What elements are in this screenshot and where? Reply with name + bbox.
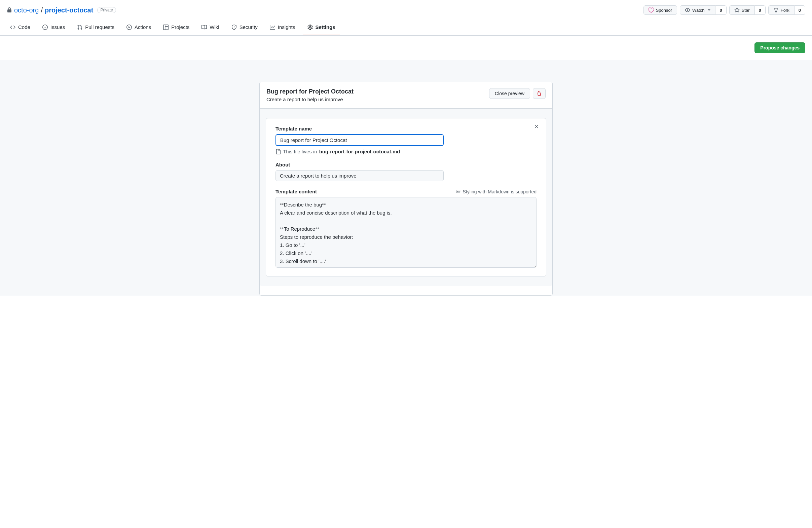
tab-projects-label: Projects [171,24,189,30]
tab-settings-label: Settings [316,24,335,30]
template-form: Template name This file lives in bug-rep… [266,118,546,276]
trash-icon [537,91,542,96]
editor-canvas: Bug report for Project Octocat Create a … [0,60,812,296]
template-name-input[interactable] [275,134,444,146]
fork-label: Fork [781,8,789,13]
code-icon [10,25,15,30]
tab-actions[interactable]: Actions [122,21,156,35]
pull-request-icon [77,25,83,30]
template-content-textarea[interactable] [275,197,537,268]
close-preview-button[interactable]: Close preview [489,88,530,99]
template-name-label: Template name [275,126,537,132]
tab-security[interactable]: Security [227,21,262,35]
org-link[interactable]: octo-org [14,6,39,14]
graph-icon [270,25,275,30]
star-label: Star [742,8,750,13]
visibility-badge: Private [97,7,116,13]
sponsor-button[interactable]: Sponsor [643,5,677,15]
issues-icon [42,25,48,30]
watch-label: Watch [692,8,705,13]
markdown-hint-label: Styling with Markdown is supported [463,189,537,194]
repo-breadcrumb: octo-org / project-octocat Private [7,6,116,14]
about-input[interactable] [275,170,444,181]
tab-code[interactable]: Code [5,21,35,35]
card-subtitle: Create a report to help us improve [266,97,353,102]
sponsor-label: Sponsor [656,8,672,13]
tab-insights-label: Insights [278,24,295,30]
file-name: bug-report-for-project-octocat.md [319,149,400,155]
star-icon [734,8,740,13]
breadcrumb-separator: / [41,6,43,14]
file-hint-prefix: This file lives in [283,149,317,155]
repo-link[interactable]: project-octocat [45,6,93,14]
markdown-hint[interactable]: Styling with Markdown is supported [455,189,537,194]
propose-changes-button[interactable]: Propose changes [754,42,805,53]
tab-settings[interactable]: Settings [303,21,340,35]
chevron-down-icon [708,10,710,11]
gear-icon [307,25,313,30]
card-title: Bug report for Project Octocat [266,88,353,95]
tab-code-label: Code [18,24,30,30]
eye-icon [685,8,690,13]
watch-button[interactable]: Watch [680,5,715,15]
markdown-icon [455,189,461,194]
fork-button[interactable]: Fork [768,5,795,15]
watch-count[interactable]: 0 [715,5,726,15]
book-icon [202,25,207,30]
tab-issues[interactable]: Issues [38,21,70,35]
file-icon [275,149,281,155]
tab-pull-requests[interactable]: Pull requests [72,21,119,35]
fork-icon [773,8,779,13]
about-label: About [275,162,537,167]
template-card: Bug report for Project Octocat Create a … [259,82,553,296]
delete-button[interactable] [533,88,546,99]
shield-icon [231,25,237,30]
tab-insights[interactable]: Insights [265,21,300,35]
play-icon [127,25,132,30]
repo-action-buttons: Sponsor Watch 0 Star 0 [643,5,805,15]
fork-count[interactable]: 0 [795,5,805,15]
repo-tabs: Code Issues Pull requests Actions Projec… [0,21,812,36]
close-icon[interactable] [534,124,539,131]
tab-projects[interactable]: Projects [158,21,194,35]
star-count[interactable]: 0 [755,5,766,15]
tab-actions-label: Actions [134,24,151,30]
tab-pr-label: Pull requests [85,24,114,30]
tab-security-label: Security [240,24,258,30]
tab-issues-label: Issues [50,24,65,30]
heart-icon [649,8,654,13]
tab-wiki[interactable]: Wiki [197,21,224,35]
content-label: Template content [275,189,317,194]
star-button[interactable]: Star [729,5,755,15]
lock-icon [7,8,12,13]
projects-icon [163,25,169,30]
tab-wiki-label: Wiki [209,24,219,30]
